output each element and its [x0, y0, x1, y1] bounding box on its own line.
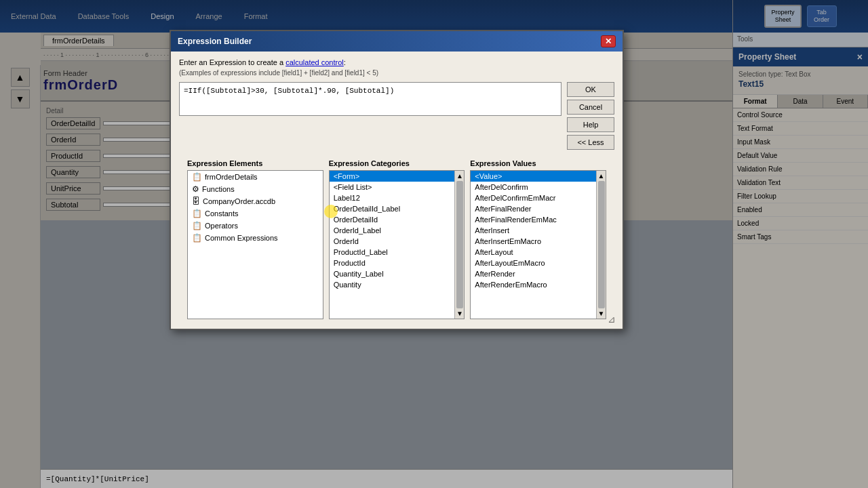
category-orderid-label[interactable]: OrderId_Label	[330, 225, 465, 236]
value-afterlayoutemmacro[interactable]: AfterLayoutEmMacro	[471, 258, 606, 268]
value-afterlayout[interactable]: AfterLayout	[471, 247, 606, 258]
expression-categories-panel: Expression Categories <Form> <Field List…	[329, 159, 465, 319]
category-productid[interactable]: ProductId	[330, 258, 465, 268]
dialog-buttons: OK Cancel Help << Less	[567, 82, 614, 150]
operators-icon: 📋	[192, 221, 202, 230]
three-panel-area: Expression Elements 📋 frmOrderDetails ⚙ …	[179, 157, 614, 322]
dialog-body: Enter an Expression to create a calculat…	[171, 52, 623, 329]
category-orderdetailid[interactable]: OrderDetailId	[330, 214, 465, 225]
category-orderid[interactable]: OrderId	[330, 236, 465, 247]
element-constants[interactable]: 📋 Constants	[188, 207, 323, 220]
common-expr-icon: 📋	[192, 233, 202, 243]
value-afterdelconfirm[interactable]: AfterDelConfirm	[471, 182, 606, 192]
element-label-companyorder: CompanyOrder.accdb	[203, 197, 275, 205]
expression-input[interactable]	[179, 82, 561, 116]
category-field-list[interactable]: <Field List>	[330, 182, 465, 192]
values-list: <Value> AfterDelConfirm AfterDelConfirmE…	[470, 170, 606, 319]
element-common-expressions[interactable]: 📋 Common Expressions	[188, 232, 323, 244]
help-button[interactable]: Help	[567, 117, 614, 132]
ok-button[interactable]: OK	[567, 82, 614, 97]
expression-elements-panel: Expression Elements 📋 frmOrderDetails ⚙ …	[187, 159, 323, 319]
expression-input-area: OK Cancel Help << Less	[179, 82, 614, 150]
value-value[interactable]: <Value>	[471, 171, 606, 182]
expression-builder-dialog: Expression Builder ✕ Enter an Expression…	[170, 30, 624, 330]
value-afterinsert[interactable]: AfterInsert	[471, 225, 606, 236]
less-button[interactable]: << Less	[567, 135, 614, 150]
category-form[interactable]: <Form>	[330, 171, 465, 182]
dialog-examples: (Examples of expressions include [field1…	[179, 69, 614, 77]
values-label: Expression Values	[470, 159, 606, 167]
category-quantity-label[interactable]: Quantity_Label	[330, 268, 465, 279]
categories-list: <Form> <Field List> Label12 OrderDetailI…	[329, 170, 465, 319]
value-afterfinalrenderemmac[interactable]: AfterFinalRenderEmMac	[471, 214, 606, 225]
element-label-frmorderdetails: frmOrderDetails	[205, 173, 258, 181]
expression-values-panel: Expression Values <Value> AfterDelConfir…	[470, 159, 606, 319]
instruction-end: :	[344, 58, 346, 66]
element-companyorder[interactable]: 🗄 CompanyOrder.accdb	[188, 195, 323, 207]
dialog-instruction: Enter an Expression to create a calculat…	[179, 58, 614, 66]
value-afterdelconfirmemmacro[interactable]: AfterDelConfirmEmMacr	[471, 192, 606, 203]
value-afterinsertemmacro[interactable]: AfterInsertEmMacro	[471, 236, 606, 247]
dialog-title-bar: Expression Builder ✕	[171, 31, 623, 52]
categories-scrollbar[interactable]: ▲ ▼	[454, 171, 464, 319]
instruction-text: Enter an Expression to create a	[179, 58, 283, 66]
category-orderdetailid-label[interactable]: OrderDetailId_Label	[330, 203, 465, 214]
value-afterfinalrender[interactable]: AfterFinalRender	[471, 203, 606, 214]
functions-icon: ⚙	[192, 184, 199, 194]
db-icon: 🗄	[192, 197, 200, 206]
calculated-control-link[interactable]: calculated control	[285, 58, 344, 66]
dialog-title: Expression Builder	[178, 37, 252, 46]
value-afterrender[interactable]: AfterRender	[471, 268, 606, 279]
values-scrollbar[interactable]: ▲ ▼	[596, 171, 606, 319]
app-background: External Data Database Tools Design Arra…	[0, 0, 868, 488]
element-operators[interactable]: 📋 Operators	[188, 220, 323, 232]
element-label-common-expressions: Common Expressions	[205, 234, 278, 242]
category-productid-label[interactable]: ProductId_Label	[330, 247, 465, 258]
elements-label: Expression Elements	[187, 159, 323, 167]
elements-list: 📋 frmOrderDetails ⚙ Functions 🗄 CompanyO…	[187, 170, 323, 319]
element-frmorderdetails[interactable]: 📋 frmOrderDetails	[188, 171, 323, 183]
element-label-operators: Operators	[205, 222, 238, 230]
category-label12[interactable]: Label12	[330, 192, 465, 203]
category-quantity[interactable]: Quantity	[330, 279, 465, 290]
categories-label: Expression Categories	[329, 159, 465, 167]
constants-icon: 📋	[192, 209, 202, 218]
element-label-constants: Constants	[205, 209, 239, 218]
form-icon: 📋	[192, 172, 202, 182]
dialog-close-button[interactable]: ✕	[601, 35, 616, 47]
element-label-functions: Functions	[202, 185, 235, 193]
cancel-button[interactable]: Cancel	[567, 100, 614, 115]
element-functions[interactable]: ⚙ Functions	[188, 183, 323, 195]
value-afterrenderemmacro[interactable]: AfterRenderEmMacro	[471, 279, 606, 290]
dialog-resize-handle[interactable]: ⊿	[608, 314, 617, 323]
